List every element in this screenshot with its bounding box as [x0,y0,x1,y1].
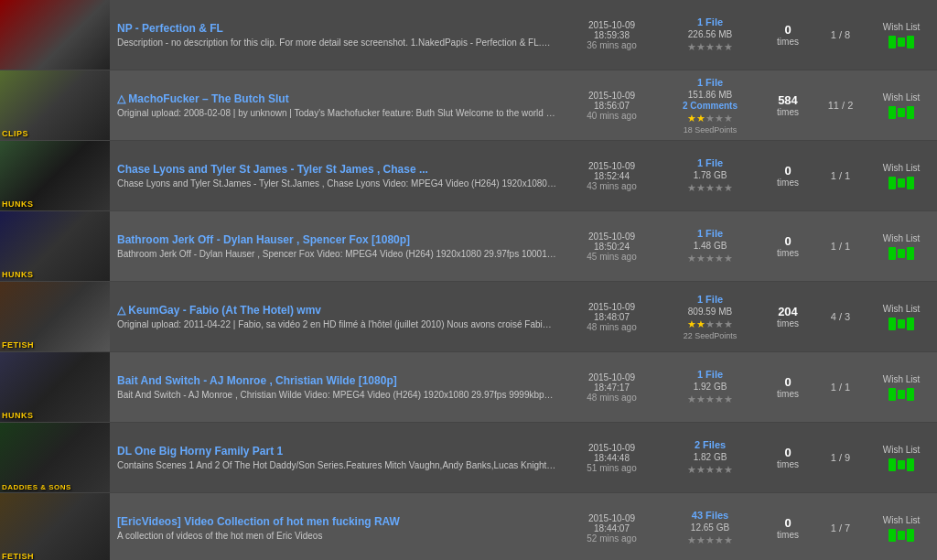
file-count-link[interactable]: 1 File [697,294,723,305]
green-bar-icon-2 [898,531,905,540]
pages-column: 1 / 9 [815,423,866,492]
ago-value: 45 mins ago [587,252,636,262]
wishlist-label[interactable]: Wish List [883,304,921,314]
file-column: 1 File 226.56 MB ★★★★★ [660,0,760,70]
times-count: 204 [778,305,798,318]
date-value: 2015-10-09 [588,443,635,453]
star-empty-icon: ★ [724,534,733,545]
file-column: 1 File 1.92 GB ★★★★★ [660,352,760,422]
video-list: NP - Perfection & FL Description - no de… [0,0,937,560]
green-bar-icon-1 [889,247,896,260]
video-title-link[interactable]: Bathroom Jerk Off - Dylan Hauser , Spenc… [117,233,556,246]
green-bar-icon-1 [889,458,896,471]
video-description: Bait And Switch - AJ Monroe , Christian … [117,390,556,400]
table-row: FETISH △ KeumGay - Fabio (At The Hotel) … [0,282,937,352]
file-size-value: 1.82 GB [694,452,727,462]
file-size-value: 1.78 GB [694,170,727,180]
times-count: 0 [784,375,791,389]
stars-rating[interactable]: ★★★★★ [687,393,733,405]
green-bar-icon-1 [889,177,896,189]
stars-rating[interactable]: ★★★★★ [687,182,733,194]
video-title-link[interactable]: △ KeumGay - Fabio (At The Hotel) wmv [117,304,556,317]
file-column: 1 File 1.78 GB ★★★★★ [660,141,760,210]
star-empty-icon: ★ [724,113,733,124]
video-description: Original upload: 2011-04-22 | Fabio, sa … [117,319,556,329]
star-empty-icon: ★ [687,534,696,545]
ago-value: 52 mins ago [587,533,636,544]
pages-column: 4 / 3 [815,282,866,351]
file-count-link[interactable]: 1 File [697,228,723,239]
green-bar-icon-1 [889,36,896,48]
star-empty-icon: ★ [705,318,715,329]
star-empty-icon: ★ [724,464,733,475]
video-title-link[interactable]: △ MachoFucker – The Butch Slut [117,92,556,105]
table-row: HUNKS Bathroom Jerk Off - Dylan Hauser ,… [0,211,937,282]
video-title-link[interactable]: Bait And Switch - AJ Monroe , Christian … [117,374,556,387]
pages-value: 1 / 1 [831,170,850,181]
table-row: DADDIES & SONS DL One Big Horny Family P… [0,423,937,493]
file-count-link[interactable]: 1 File [697,77,723,88]
ago-value: 40 mins ago [587,111,636,121]
pages-column: 1 / 1 [815,352,866,422]
video-description: Contains Scenes 1 And 2 Of The Hot Daddy… [117,460,556,470]
table-row: HUNKS Bait And Switch - AJ Monroe , Chri… [0,352,937,423]
time-value: 18:50:24 [594,242,630,252]
time-value: 18:44:48 [594,453,630,463]
pages-value: 1 / 8 [831,29,850,40]
file-column: 2 Files 1.82 GB ★★★★★ [660,423,760,492]
stars-rating[interactable]: ★★★★★ [687,41,733,53]
file-count-link[interactable]: 1 File [697,16,723,27]
info-column: Bathroom Jerk Off - Dylan Hauser , Spenc… [110,211,564,281]
green-icons [889,388,914,401]
green-bar-icon-3 [907,388,914,401]
info-column: Bait And Switch - AJ Monroe , Christian … [110,352,564,422]
thumb-label: CLIPS [2,129,28,138]
green-icons [889,247,914,260]
time-value: 18:52:44 [594,171,630,181]
star-empty-icon: ★ [724,318,733,329]
stars-rating[interactable]: ★★★★★ [687,113,733,124]
video-title-link[interactable]: [EricVideos] Video Collection of hot men… [117,515,556,528]
info-column: △ KeumGay - Fabio (At The Hotel) wmv Ori… [110,282,564,351]
file-count-link[interactable]: 1 File [697,157,723,168]
table-row: CLIPS △ MachoFucker – The Butch Slut Ori… [0,70,937,141]
file-count-link[interactable]: 2 Files [695,439,726,450]
stars-rating[interactable]: ★★★★★ [687,318,733,330]
wishlist-label[interactable]: Wish List [883,233,921,243]
video-title-link[interactable]: Chase Lyons and Tyler St James - Tyler S… [117,163,556,176]
wishlist-label[interactable]: Wish List [883,92,921,102]
video-title-link[interactable]: DL One Big Horny Family Part 1 [117,445,556,458]
wishlist-label[interactable]: Wish List [883,515,921,525]
green-bar-icon-3 [907,318,914,330]
times-label: times [777,389,799,399]
seed-points: 18 SeedPoints [684,125,738,135]
wishlist-column: Wish List [866,141,937,210]
date-value: 2015-10-09 [588,302,635,312]
wishlist-label[interactable]: Wish List [883,22,921,32]
pages-value: 4 / 3 [831,311,850,322]
star-empty-icon: ★ [687,41,696,52]
info-column: DL One Big Horny Family Part 1 Contains … [110,423,564,492]
star-empty-icon: ★ [687,253,696,264]
wishlist-label[interactable]: Wish List [883,163,921,173]
comments-link[interactable]: 2 Comments [683,101,738,111]
time-value: 18:56:07 [594,101,630,111]
star-empty-icon: ★ [696,182,705,193]
times-label: times [777,318,799,328]
wishlist-label[interactable]: Wish List [883,445,921,455]
file-count-link[interactable]: 1 File [697,369,723,380]
video-title-link[interactable]: NP - Perfection & FL [117,22,556,35]
stars-rating[interactable]: ★★★★★ [687,253,733,264]
wishlist-label[interactable]: Wish List [883,374,921,384]
times-label: times [777,530,799,540]
date-column: 2015-10-09 18:44:07 52 mins ago [564,493,660,560]
wishlist-column: Wish List [866,282,937,351]
stars-rating[interactable]: ★★★★★ [687,464,733,476]
file-column: 1 File 809.59 MB ★★★★★ 22 SeedPoints [660,282,760,351]
stars-rating[interactable]: ★★★★★ [687,534,733,546]
thumb-label: DADDIES & SONS [2,483,71,491]
star-empty-icon: ★ [715,113,724,124]
wishlist-column: Wish List [866,493,937,560]
file-count-link[interactable]: 43 Files [692,510,728,521]
green-bar-icon-2 [898,178,905,188]
